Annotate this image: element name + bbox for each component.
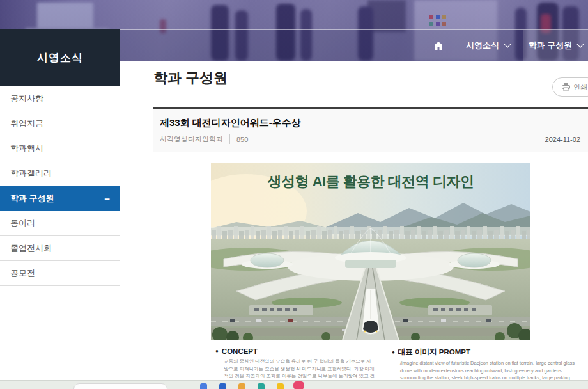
article-title: 제33회 대전디자인어워드-우수상 (160, 117, 582, 129)
article-date: 2024-11-02 (545, 136, 582, 143)
article-meta: 시각영상디자인학과 850 2024-11-02 (160, 134, 582, 144)
main-content: 학과 구성원 인쇄 제33회 대전디자인어워드-우수상 시각영상디자인학과 85… (153, 61, 588, 389)
nav-news-label: 시영소식 (466, 40, 499, 51)
home-icon (434, 42, 443, 50)
sidebar-item-events[interactable]: 학과행사 (0, 136, 120, 161)
page-title: 학과 구성원 (153, 61, 588, 88)
bullet-icon: ● (215, 349, 219, 354)
chevron-down-icon (577, 40, 584, 47)
sidebar-item-contest[interactable]: 공모전 (0, 261, 120, 286)
taskbar-app-icon[interactable] (258, 383, 265, 389)
concept-heading: CONCEPT (222, 347, 258, 355)
collapse-minus-icon: − (104, 194, 110, 203)
taskbar-app-icon[interactable] (238, 383, 245, 389)
taskbar-search[interactable] (74, 383, 167, 389)
nav-members-label: 학과 구성원 (529, 40, 573, 51)
sidebar-menu: 공지사항 취업지금 학과행사 학과갤러리 학과 구성원 − 동아리 졸업전시회 … (0, 86, 120, 286)
article-image: 생성형 AI를 활용한 대전역 디자인 (211, 163, 530, 340)
article-header: 제33회 대전디자인어워드-우수상 시각영상디자인학과 850 2024-11-… (153, 107, 588, 152)
nav-item-news[interactable]: 시영소식 (453, 30, 523, 61)
sidebar-item-employment[interactable]: 취업지금 (0, 111, 120, 136)
image-title-text: 생성형 AI를 활용한 대전역 디자인 (211, 172, 530, 191)
taskbar-app-icon[interactable] (293, 381, 304, 389)
taskbar-app-icon[interactable] (200, 383, 207, 389)
taskbar-app-icon[interactable] (277, 383, 284, 389)
article-department: 시각영상디자인학과 (160, 134, 230, 144)
sidebar-item-members[interactable]: 학과 구성원 − (0, 186, 120, 211)
print-label: 인쇄 (573, 83, 587, 92)
printer-icon (562, 83, 570, 91)
sidebar-title: 시영소식 (0, 29, 120, 86)
article-view-count: 850 (230, 136, 248, 143)
sidebar-item-notices[interactable]: 공지사항 (0, 86, 120, 111)
sidebar-item-gallery[interactable]: 학과갤러리 (0, 161, 120, 186)
sidebar: 시영소식 공지사항 취업지금 학과행사 학과갤러리 학과 구성원 − 동아리 졸… (0, 29, 120, 286)
page: 시영소식 학과 구성원 시영소식 공지사항 취업지금 학과행사 학과갤러리 학과… (0, 0, 588, 389)
bullet-icon: ● (392, 350, 395, 355)
taskbar-sliver (0, 380, 588, 389)
taskbar-app-icon[interactable] (219, 383, 226, 389)
print-button[interactable]: 인쇄 (552, 77, 588, 97)
nav-item-members[interactable]: 학과 구성원 (523, 30, 588, 61)
sidebar-item-graduation-exhibit[interactable]: 졸업전시회 (0, 236, 120, 261)
chevron-down-icon (504, 40, 511, 47)
prompt-heading: 대표 이미지 PROMPT (398, 347, 470, 357)
nav-home-button[interactable] (424, 30, 453, 61)
sidebar-item-clubs[interactable]: 동아리 (0, 211, 120, 236)
